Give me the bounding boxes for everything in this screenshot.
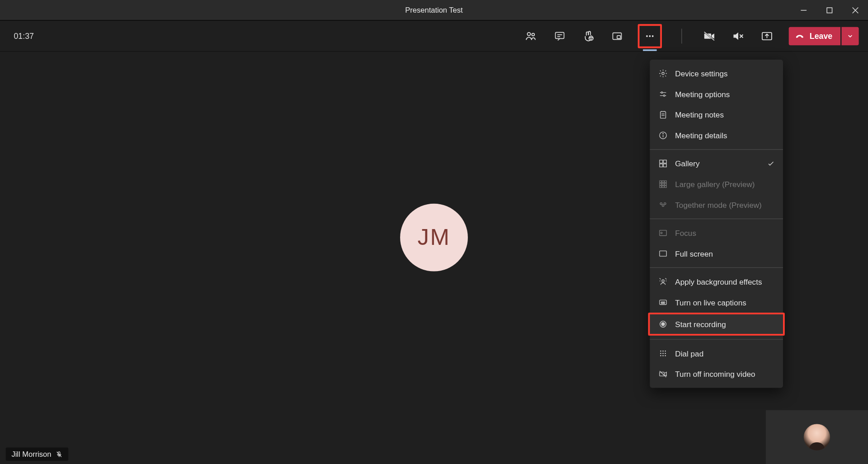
sliders-icon <box>658 89 668 99</box>
svg-rect-36 <box>660 160 663 163</box>
window-controls <box>791 0 868 21</box>
menu-divider <box>650 219 783 219</box>
svg-rect-13 <box>617 35 620 38</box>
menu-divider <box>650 149 783 150</box>
leave-button-group: Leave <box>789 27 859 45</box>
cc-icon: CC <box>658 297 668 308</box>
svg-rect-6 <box>556 32 564 38</box>
menu-background-effects[interactable]: Apply background effects <box>650 272 783 292</box>
self-preview-avatar <box>804 424 830 450</box>
svg-point-22 <box>662 72 664 75</box>
people-icon[interactable] <box>523 28 539 44</box>
toolbar-icons <box>523 24 775 48</box>
leave-dropdown-button[interactable] <box>842 27 859 45</box>
svg-point-69 <box>665 353 666 354</box>
svg-line-57 <box>665 278 667 280</box>
svg-rect-46 <box>660 186 661 187</box>
maximize-button[interactable] <box>816 0 842 21</box>
active-indicator <box>643 49 657 51</box>
menu-full-screen[interactable]: Full screen <box>650 243 783 264</box>
svg-point-68 <box>662 353 664 354</box>
svg-point-72 <box>665 355 666 356</box>
close-button[interactable] <box>842 0 868 21</box>
more-actions-menu: Device settings Meeting options Meeting … <box>650 60 783 388</box>
svg-point-70 <box>660 355 661 356</box>
svg-point-24 <box>661 92 662 93</box>
leave-button[interactable]: Leave <box>789 27 840 45</box>
menu-start-recording[interactable]: Start recording <box>648 313 785 336</box>
share-screen-icon[interactable] <box>759 28 775 44</box>
menu-large-gallery: Large gallery (Preview) <box>650 174 783 195</box>
record-icon <box>658 319 668 329</box>
svg-point-51 <box>662 205 664 206</box>
menu-meeting-notes[interactable]: Meeting notes <box>650 104 783 125</box>
svg-rect-1 <box>827 8 832 13</box>
menu-together-mode: Together mode (Preview) <box>650 194 783 215</box>
participant-name: Jill Morrison <box>11 450 51 459</box>
self-preview[interactable] <box>766 410 868 464</box>
large-gallery-icon <box>658 179 668 189</box>
svg-point-16 <box>652 35 654 37</box>
svg-rect-44 <box>662 183 664 185</box>
svg-point-71 <box>662 355 664 356</box>
svg-point-11 <box>592 37 592 37</box>
reactions-icon[interactable] <box>580 28 597 44</box>
svg-rect-43 <box>660 183 661 185</box>
svg-rect-73 <box>660 372 664 376</box>
menu-divider <box>650 267 783 268</box>
dialpad-icon <box>658 348 668 359</box>
together-icon <box>658 200 668 210</box>
menu-gallery[interactable]: Gallery <box>650 153 783 174</box>
call-timer: 01:37 <box>9 31 34 40</box>
leave-label: Leave <box>810 31 832 40</box>
svg-point-10 <box>590 37 590 37</box>
svg-rect-42 <box>665 181 666 183</box>
menu-focus: Focus <box>650 223 783 244</box>
notes-icon <box>658 110 668 120</box>
chat-icon[interactable] <box>552 28 568 44</box>
focus-icon <box>658 228 668 238</box>
background-effects-icon <box>658 277 668 287</box>
meeting-toolbar: 01:37 <box>0 21 868 52</box>
svg-point-66 <box>665 351 666 352</box>
avatar-initials: JM <box>418 225 451 250</box>
menu-meeting-options[interactable]: Meeting options <box>650 84 783 104</box>
menu-meeting-details[interactable]: Meeting details <box>650 125 783 146</box>
minimize-button[interactable] <box>791 0 816 21</box>
gear-icon <box>658 68 668 79</box>
svg-point-50 <box>664 203 666 205</box>
menu-turn-off-incoming-video[interactable]: Turn off incoming video <box>650 364 783 384</box>
incoming-video-off-icon <box>658 369 668 379</box>
svg-point-5 <box>532 33 535 36</box>
svg-point-65 <box>662 351 664 352</box>
check-icon <box>767 159 775 168</box>
svg-point-26 <box>663 95 665 96</box>
participant-avatar: JM <box>400 203 468 271</box>
more-actions-button[interactable] <box>638 24 662 48</box>
svg-point-67 <box>660 353 661 354</box>
camera-off-icon[interactable] <box>702 28 718 44</box>
menu-live-captions[interactable]: CC Turn on live captions <box>650 292 783 313</box>
menu-dial-pad[interactable]: Dial pad <box>650 343 783 364</box>
menu-device-settings[interactable]: Device settings <box>650 63 783 84</box>
svg-rect-48 <box>665 186 666 187</box>
svg-point-35 <box>663 133 663 134</box>
info-icon <box>658 130 668 141</box>
menu-divider <box>650 339 783 339</box>
svg-point-55 <box>662 280 664 282</box>
svg-rect-41 <box>662 181 664 183</box>
hangup-icon <box>795 31 805 41</box>
svg-rect-40 <box>660 181 661 183</box>
participant-name-tag: Jill Morrison <box>6 447 69 460</box>
fullscreen-icon <box>658 248 668 259</box>
rooms-icon[interactable] <box>609 28 626 44</box>
svg-rect-47 <box>662 186 664 187</box>
svg-rect-45 <box>665 183 666 185</box>
speaker-muted-icon[interactable] <box>731 28 747 44</box>
svg-rect-39 <box>663 164 666 167</box>
svg-point-15 <box>649 35 651 37</box>
svg-rect-54 <box>660 251 666 256</box>
svg-point-49 <box>660 203 662 205</box>
svg-point-63 <box>661 323 665 326</box>
mic-muted-icon <box>56 450 63 457</box>
